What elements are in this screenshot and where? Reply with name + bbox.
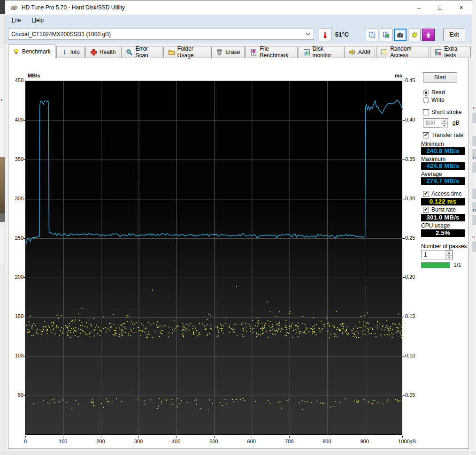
toolbar-buttons: [366, 29, 436, 41]
tab-disk-monitor[interactable]: Disk monitor: [299, 46, 344, 58]
tab-erase[interactable]: Erase: [211, 46, 245, 58]
y-right-unit-label: ms: [384, 73, 402, 78]
burst-rate-checkbox[interactable]: [423, 207, 429, 213]
transfer-rate-checkbox[interactable]: [423, 132, 429, 138]
temperature-value: 51°C: [335, 31, 349, 38]
start-button[interactable]: Start: [423, 72, 457, 83]
download-arrow-icon: [425, 31, 432, 38]
write-radio[interactable]: [423, 97, 429, 103]
menu-bar: FileHelp: [5, 15, 472, 26]
y-left-tick-label: 450: [8, 77, 23, 83]
stepper-down-icon[interactable]: ▼: [441, 123, 448, 128]
copy-image-button[interactable]: [380, 29, 392, 41]
y-right-tick-label: 0.25: [405, 235, 421, 241]
x-axis-tickmark: [138, 436, 139, 438]
exit-button[interactable]: Exit: [443, 29, 465, 41]
y-axis-tickmark: [403, 159, 405, 160]
pass-progress-label: 1/1: [453, 262, 461, 268]
number-of-passes-stepper[interactable]: 1 ▲▼: [421, 250, 453, 259]
tab-aam[interactable]: AAM: [344, 46, 375, 58]
screenshot-button[interactable]: [394, 29, 407, 41]
drive-select[interactable]: Crucial_CT1024MX200SSD1 (1000 gB): [8, 29, 314, 40]
tab-folder-usage[interactable]: Folder Usage: [163, 46, 210, 58]
x-axis-tick-label: 500: [202, 439, 226, 445]
tab-benchmark[interactable]: Benchmark: [8, 45, 55, 58]
y-axis-tickmark: [23, 120, 25, 121]
maximize-button[interactable]: □: [430, 0, 451, 15]
background-text-fragment: H: [472, 235, 475, 239]
y-right-tick-label: 0.45: [405, 77, 421, 83]
read-radio[interactable]: [423, 90, 429, 96]
toolbar: Crucial_CT1024MX200SSD1 (1000 gB) 51°C E…: [5, 26, 472, 44]
y-left-tick-label: 400: [8, 117, 23, 123]
copy-image-icon: [383, 31, 390, 38]
background-row-fragment: [472, 113, 476, 123]
transfer-rate-label[interactable]: Transfer rate: [431, 132, 463, 138]
y-left-tick-label: 100: [8, 353, 23, 359]
x-axis-tickmark: [365, 436, 365, 438]
close-button[interactable]: ×: [451, 0, 472, 15]
y-axis-tickmark: [23, 159, 25, 160]
temperature-button[interactable]: [319, 29, 331, 41]
stepper-up-icon[interactable]: ▲: [441, 119, 448, 123]
tab-random-access[interactable]: Random Access: [376, 46, 429, 58]
tab-file-benchmark[interactable]: File Benchmark: [246, 46, 297, 58]
app-disk-icon: [11, 4, 18, 11]
minimize-button[interactable]: –: [408, 0, 430, 15]
x-axis-tick-label: 600: [240, 439, 263, 445]
copy-icon: [369, 31, 376, 38]
tab-label: Benchmark: [22, 48, 51, 55]
x-axis-tickmark: [63, 436, 63, 438]
y-axis-tickmark: [23, 395, 25, 396]
burst-rate-label[interactable]: Burst rate: [431, 206, 456, 213]
cpu-usage-value-display: 2.5%: [421, 229, 465, 237]
update-button[interactable]: [422, 29, 435, 41]
pass-progress-bar: [421, 262, 450, 268]
background-row-fragment: [472, 136, 476, 146]
menu-item-file[interactable]: File: [9, 15, 25, 25]
read-radio-label[interactable]: Read: [431, 89, 445, 96]
stepper-up-icon[interactable]: ▲: [445, 250, 453, 255]
folder-icon: [168, 49, 175, 56]
copy-text-button[interactable]: [366, 29, 378, 41]
lightbulb-icon: [13, 48, 20, 55]
background-fragment: [0, 0, 5, 14]
menu-item-help[interactable]: Help: [29, 15, 48, 25]
splat-icon: [411, 31, 418, 38]
chevron-down-icon: [305, 31, 311, 37]
y-left-unit-label: MB/s: [28, 73, 40, 78]
x-axis-tick-label: 200: [89, 439, 113, 445]
y-axis-tickmark: [23, 356, 25, 356]
x-axis-tick-label: 300: [127, 439, 150, 445]
y-axis-tickmark: [403, 238, 405, 239]
separator: [421, 189, 465, 189]
tab-bar: BenchmarkiInfoHealthError ScanFolder Usa…: [5, 44, 472, 58]
camera-icon: [397, 31, 404, 38]
access-time-label[interactable]: Access time: [431, 190, 462, 197]
y-right-tick-label: 0.35: [405, 156, 421, 162]
stepper-down-icon[interactable]: ▼: [445, 255, 453, 260]
minimum-label: Minimum: [421, 141, 444, 147]
access-time-checkbox[interactable]: [423, 191, 429, 197]
y-axis-tickmark: [23, 238, 25, 239]
save-screenshot-button[interactable]: [408, 29, 421, 41]
y-axis-tickmark: [23, 199, 25, 199]
x-axis-tickmark: [176, 436, 177, 438]
tab-extra-tests[interactable]: Extra tests: [430, 46, 471, 58]
y-axis-tickmark: [23, 277, 25, 278]
y-left-tick-label: 50: [8, 392, 23, 398]
benchmark-chart: [25, 81, 402, 435]
x-axis-tick-label: 0: [14, 439, 37, 445]
tab-info[interactable]: iInfo: [56, 46, 84, 58]
short-stroke-label[interactable]: Short stroke: [431, 109, 462, 115]
tab-label: Random Access: [390, 46, 424, 59]
short-stroke-size-stepper[interactable]: 800 ▲▼: [423, 118, 448, 128]
tab-health[interactable]: Health: [85, 46, 121, 58]
separator: [421, 241, 465, 241]
short-stroke-checkbox[interactable]: [423, 109, 429, 115]
y-axis-tickmark: [403, 317, 405, 317]
bar-chart-icon: [303, 49, 310, 56]
write-radio-label[interactable]: Write: [431, 97, 445, 103]
average-value-display: 274.7 MB/s: [421, 177, 465, 185]
tab-error-scan[interactable]: Error Scan: [121, 46, 162, 58]
